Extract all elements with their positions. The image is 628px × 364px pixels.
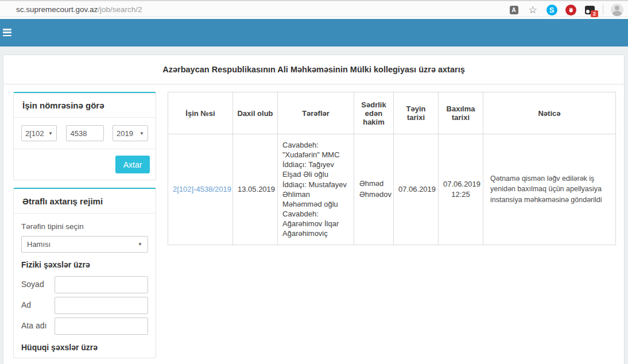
advanced-search-title: Ətraflı axtarış rejimi [14, 189, 156, 214]
patronymic-label: Ata adı [21, 317, 55, 335]
advanced-search-panel: Ətraflı axtarış rejimi Tərəfin tipini se… [13, 188, 156, 358]
col-judge: Sədrlik edən hakim [354, 92, 394, 134]
cell-parties: Cavabdeh: "Xudafərin" MMC İddiaçı: Tağıy… [278, 134, 354, 245]
adblock-icon[interactable] [565, 4, 576, 16]
toolbar-separator [603, 5, 603, 15]
page-title: Azərbaycan Respublikasının Ali Məhkəməsi… [162, 65, 464, 74]
chevron-down-icon: ▼ [48, 131, 53, 136]
col-assigned: Təyin tarixi [394, 92, 439, 134]
browser-toolbar-icons: A ☆ S 2 [508, 1, 623, 18]
hamburger-menu-icon[interactable] [3, 29, 11, 36]
court-code-value: 2[102 [25, 129, 44, 138]
cell-result: Qətnamə qismən ləğv edilərək iş yenidən … [483, 134, 616, 245]
party-type-select[interactable]: Hamısı ▼ [21, 236, 148, 253]
col-case-no: İşin №si [168, 92, 233, 134]
legal-persons-title: Hüquqi şəxslər üzrə [21, 343, 148, 352]
cell-judge: Əhməd Əhmədov [354, 134, 394, 245]
cell-assigned: 07.06.2019 [394, 134, 439, 245]
chevron-down-icon: ▼ [139, 131, 144, 136]
url-field[interactable]: sc.supremecourt.gov.az/job/search/2 [16, 5, 142, 14]
patronymic-input[interactable] [55, 317, 148, 335]
screen: sc.supremecourt.gov.az/job/search/2 A ☆ … [0, 0, 628, 364]
url-path: /job/search/2 [98, 5, 142, 14]
cell-case-no: 2[102]-4538/2019 [168, 134, 233, 245]
main-content: İşin nömrəsinə görə 2[102 ▼ 2019 ▼ Axtar [3, 84, 625, 364]
court-code-select[interactable]: 2[102 ▼ [21, 125, 57, 141]
browser-address-bar: sc.supremecourt.gov.az/job/search/2 A ☆ … [0, 0, 628, 17]
search-sidebar: İşin nömrəsinə görə 2[102 ▼ 2019 ▼ Axtar [13, 92, 156, 364]
cell-received: 13.05.2019 [233, 134, 278, 245]
surname-row: Soyad [21, 276, 148, 293]
col-received: Daxil olub [233, 92, 278, 134]
col-parties: Tərəflər [278, 92, 354, 134]
search-button-row: Axtar [14, 149, 156, 180]
party-type-value: Hamısı [27, 240, 51, 249]
table-row: 2[102]-4538/2019 13.05.2019 Cavabdeh: "X… [168, 134, 616, 245]
name-input[interactable] [55, 297, 148, 314]
bookmark-star-icon[interactable]: ☆ [527, 4, 538, 16]
surname-input[interactable] [55, 276, 148, 293]
party-type-label: Tərəfin tipini seçin [21, 222, 148, 231]
translate-icon[interactable]: A [508, 4, 520, 16]
surname-label: Soyad [21, 276, 55, 293]
search-button[interactable]: Axtar [115, 156, 150, 173]
skype-icon[interactable]: S [546, 4, 557, 16]
cell-review: 07.06.2019 12:25 [439, 134, 483, 245]
profile-icon[interactable] [611, 3, 623, 16]
case-link[interactable]: 2[102]-4538/2019 [173, 185, 231, 193]
table-header-row: İşin №si Daxil olub Tərəflər Sədrlik edə… [168, 92, 616, 134]
results-table: İşin №si Daxil olub Tərəflər Sədrlik edə… [168, 92, 615, 245]
advanced-search-body: Tərəfin tipini seçin Hamısı ▼ Fiziki şəx… [14, 214, 156, 358]
patronymic-row: Ata adı [21, 317, 148, 335]
extension-badge: 2 [591, 10, 598, 17]
extension-icon[interactable]: 2 [584, 4, 595, 16]
year-select[interactable]: 2019 ▼ [113, 125, 148, 141]
year-value: 2019 [117, 129, 133, 138]
chevron-down-icon: ▼ [138, 242, 142, 247]
url-domain: sc.supremecourt.gov.az [16, 5, 98, 14]
col-review: Baxılma tarixi [439, 92, 483, 134]
title-band: Azərbaycan Respublikasının Ali Məhkəməsi… [3, 55, 625, 84]
name-row: Ad [21, 297, 148, 314]
col-result: Nəticə [483, 92, 616, 134]
case-number-inputs: 2[102 ▼ 2019 ▼ [14, 118, 156, 149]
physical-persons-title: Fiziki şəxslər üzrə [21, 260, 148, 269]
case-number-panel: İşin nömrəsinə görə 2[102 ▼ 2019 ▼ Axtar [13, 92, 156, 180]
case-number-panel-title: İşin nömrəsinə görə [14, 93, 156, 118]
name-label: Ad [21, 297, 55, 314]
case-number-input[interactable] [66, 125, 104, 141]
app-header [0, 19, 628, 47]
